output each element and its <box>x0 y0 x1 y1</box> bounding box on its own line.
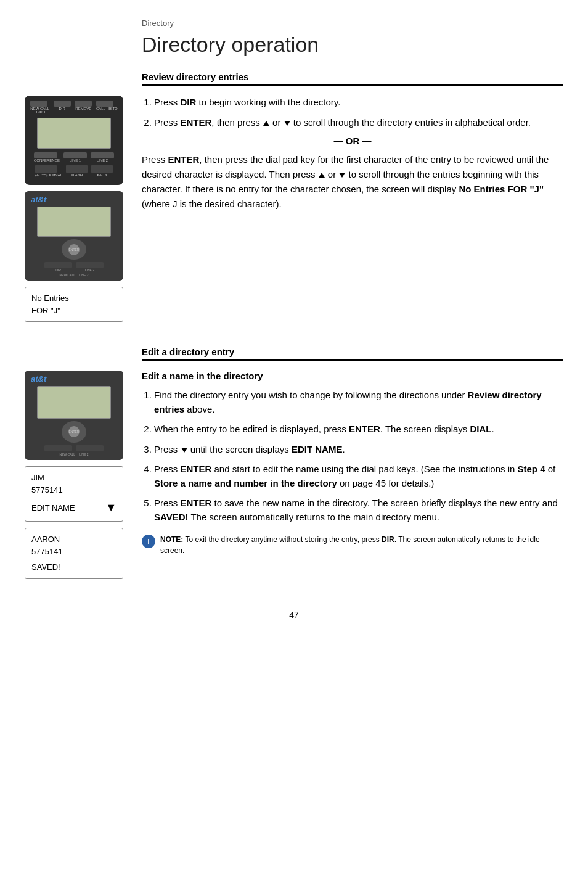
note-icon: i <box>142 535 155 548</box>
att-line2lbl-1: LINE 2 <box>79 273 88 277</box>
att-device-2: at&t ENTER NEW CALL LI <box>25 371 123 460</box>
line2-label: LINE 2 <box>91 158 114 162</box>
no-entries-line1: No Entries <box>31 292 116 305</box>
redial-btn <box>35 165 57 173</box>
att-nav-inner-1: ENTER <box>68 244 80 255</box>
att-dir-btn-2 <box>44 445 72 451</box>
section1-right-col: Press DIR to begin working with the dire… <box>142 96 563 322</box>
redial-label: (AUTO) REDIAL <box>35 173 62 177</box>
phone-device-1: NEW CALLLINE 1 DIR REMOVE CALL HISTO <box>25 96 123 185</box>
att-line2-btn-1 <box>76 262 104 268</box>
note-body: To exit the directory anytime without st… <box>160 535 540 555</box>
section1-left-col: NEW CALLLINE 1 DIR REMOVE CALL HISTO <box>25 96 129 322</box>
dir-btn <box>54 101 71 107</box>
dir-label: DIR <box>54 107 71 110</box>
phone-middle-buttons: CONFERENCE LINE 1 LINE 2 <box>34 152 114 162</box>
aaron-saved: SAVED! <box>31 561 116 573</box>
line1-label: LINE 1 <box>63 158 87 162</box>
step2-3: Press until the screen displays EDIT NAM… <box>154 443 563 457</box>
jim-line1: JIM <box>31 472 116 484</box>
jim-line2: 5775141 <box>31 484 116 496</box>
new-call-btn <box>30 101 47 107</box>
or-block: — OR — <box>142 136 563 146</box>
remove-btn <box>75 101 92 107</box>
pause-btn <box>91 165 113 173</box>
att-labels-2: NEW CALL LINE 2 <box>60 453 89 456</box>
section1-content: NEW CALLLINE 1 DIR REMOVE CALL HISTO <box>25 96 563 322</box>
jim-screen: JIM 5775141 EDIT NAME ▼ <box>25 466 123 522</box>
page-number: 47 <box>25 610 563 620</box>
section2-steps-list: Find the directory entry you wish to cha… <box>142 388 563 524</box>
aaron-line2: 5775141 <box>31 546 116 558</box>
step2-4: Press ENTER and start to edit the name u… <box>154 462 563 490</box>
conference-btn <box>34 152 57 158</box>
breadcrumb: Directory <box>142 18 563 28</box>
note-bold-label: NOTE: <box>160 535 183 544</box>
att-newcall-lbl-2: NEW CALL <box>60 453 76 456</box>
subsection-title: Edit a name in the directory <box>142 371 563 381</box>
step2-5: Press ENTER to save the new name in the … <box>154 496 563 524</box>
section2-left-col: at&t ENTER NEW CALL LI <box>25 371 129 579</box>
step2-1: Find the directory entry you wish to cha… <box>154 388 563 416</box>
conference-label: CONFERENCE <box>34 158 60 162</box>
step1-2: Press ENTER, then press or to scroll thr… <box>154 116 563 130</box>
section2-header: Edit a directory entry <box>142 347 563 361</box>
jim-arrow: ▼ <box>105 499 116 516</box>
step1-1: Press DIR to begin working with the dire… <box>154 96 563 110</box>
note-text: NOTE: To exit the directory anytime with… <box>160 534 563 556</box>
phone-screen-1 <box>37 118 111 149</box>
section2-wrapper: Edit a directory entry at&t ENTER <box>25 347 563 579</box>
jim-edit-name: EDIT NAME <box>31 502 75 514</box>
att-logo-2: at&t <box>31 374 46 384</box>
page-title: Directory operation <box>142 33 563 57</box>
att-line2-btn-2 <box>76 445 104 451</box>
or-label: — OR — <box>334 136 372 146</box>
flash-label: FLASH <box>66 173 88 177</box>
new-call-label: NEW CALLLINE 1 <box>30 107 49 114</box>
att-dir-btn-1 <box>44 262 72 268</box>
jim-line4-row: EDIT NAME ▼ <box>31 499 116 516</box>
no-entries-line2: FOR "J" <box>31 305 116 317</box>
line2-btn <box>91 152 114 158</box>
section2-content: at&t ENTER NEW CALL LI <box>25 371 563 579</box>
att-bottom-row-1: DIR LINE 2 <box>44 262 104 272</box>
att-line2-label-1: LINE 2 <box>76 268 104 272</box>
step2-2: When the entry to be edited is displayed… <box>154 422 563 437</box>
flash-btn <box>66 165 88 173</box>
section1-header: Review directory entries <box>142 72 563 86</box>
section1-or-paragraph: Press ENTER, then press the dial pad key… <box>142 152 563 212</box>
att-new-call-labels-1: NEW CALL LINE 2 <box>60 273 89 277</box>
att-enter-text-2: ENTER <box>69 430 80 433</box>
call-histo-btn <box>96 101 113 107</box>
line1-btn <box>63 152 87 158</box>
call-histo-label: CALL HISTO <box>96 107 118 110</box>
pause-label: PAUS <box>91 173 113 177</box>
att-dir-label-1: DIR <box>44 268 72 272</box>
att-nav-circle-2: ENTER <box>62 421 86 443</box>
note-block: i NOTE: To exit the directory anytime wi… <box>142 534 563 556</box>
att-screen-1 <box>37 207 111 237</box>
section2-right-col: Edit a name in the directory Find the di… <box>142 371 563 579</box>
phone-bottom-buttons: (AUTO) REDIAL FLASH PAUS <box>35 165 113 177</box>
aaron-line1: AARON <box>31 533 116 546</box>
aaron-screen: AARON 5775141 SAVED! <box>25 528 123 579</box>
att-enter-text-1: ENTER <box>69 248 80 252</box>
att-device-1: at&t ENTER DIR LINE 2 NEW CALL LINE <box>25 191 123 281</box>
section1-steps-list: Press DIR to begin working with the dire… <box>142 96 563 129</box>
phone-top-buttons: NEW CALLLINE 1 DIR REMOVE CALL HISTO <box>30 101 118 114</box>
att-bottom-row-2 <box>44 445 104 451</box>
att-line2lbl-2: LINE 2 <box>79 453 88 456</box>
att-nav-circle-1: ENTER <box>62 239 86 260</box>
remove-label: REMOVE <box>75 107 92 110</box>
att-logo-1: at&t <box>31 195 46 204</box>
no-entries-screen: No Entries FOR "J" <box>25 287 123 322</box>
att-nav-inner-2: ENTER <box>68 426 80 437</box>
att-newcall-lbl-1: NEW CALL <box>60 273 76 277</box>
att-screen-2 <box>37 386 111 419</box>
